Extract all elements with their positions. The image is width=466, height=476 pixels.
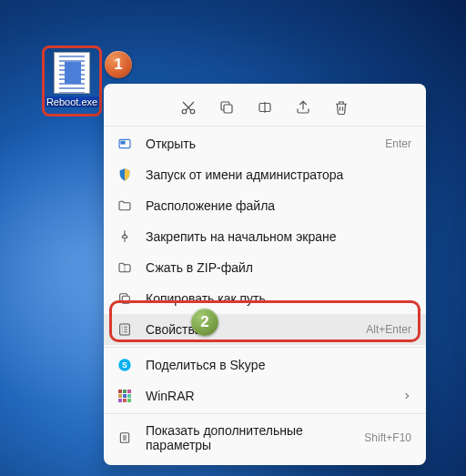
menu-item-run-admin[interactable]: Запуск от имени администратора [104, 159, 426, 190]
copy-path-icon [116, 290, 133, 307]
menu-label: Поделиться в Skype [146, 358, 411, 372]
menu-label: WinRAR [146, 389, 402, 403]
skype-icon: S [116, 357, 133, 373]
folder-icon [116, 197, 133, 214]
menu-divider [104, 413, 426, 414]
menu-item-file-location[interactable]: Расположение файла [104, 190, 426, 221]
menu-shortcut: Enter [385, 137, 411, 150]
open-app-icon [116, 136, 133, 152]
menu-item-share-skype[interactable]: S Поделиться в Skype [104, 349, 426, 380]
menu-item-copy-path[interactable]: Копировать как путь [104, 283, 426, 314]
chevron-right-icon [402, 391, 411, 400]
menu-item-winrar[interactable]: WinRAR [104, 380, 426, 411]
properties-icon [116, 321, 133, 338]
delete-icon[interactable] [332, 98, 350, 116]
menu-item-pin-start[interactable]: Закрепить на начальном экране [104, 221, 426, 252]
svg-text:S: S [122, 360, 127, 370]
menu-label: Сжать в ZIP-файл [146, 260, 411, 275]
winrar-icon [116, 388, 133, 404]
menu-label: Запуск от имени администратора [146, 167, 411, 182]
pin-icon [116, 228, 133, 245]
svg-point-1 [190, 109, 195, 114]
svg-rect-2 [224, 105, 232, 113]
menu-shortcut: Shift+F10 [364, 431, 411, 444]
svg-point-0 [182, 109, 187, 114]
svg-rect-6 [122, 296, 129, 303]
menu-item-properties[interactable]: Свойства Alt+Enter [104, 314, 426, 345]
quick-action-bar [104, 89, 426, 124]
desktop-shortcut[interactable]: Reboot.exe [42, 46, 102, 116]
menu-divider [104, 347, 426, 348]
cut-icon[interactable] [179, 98, 198, 116]
share-icon[interactable] [294, 98, 312, 116]
menu-label: Показать дополнительные параметры [146, 423, 364, 452]
step-badge-1: 1 [105, 51, 132, 78]
menu-label: Свойства [146, 322, 366, 337]
more-options-icon [116, 430, 133, 446]
shortcut-label: Reboot.exe [45, 96, 99, 107]
menu-divider [104, 126, 426, 127]
zip-icon [116, 259, 133, 276]
menu-item-open[interactable]: Открыть Enter [104, 128, 426, 159]
menu-item-more-options[interactable]: Показать дополнительные параметры Shift+… [104, 416, 426, 460]
menu-label: Открыть [146, 137, 385, 151]
menu-label: Копировать как путь [146, 291, 411, 306]
menu-shortcut: Alt+Enter [366, 323, 411, 336]
rename-icon[interactable] [256, 98, 274, 116]
shield-icon [116, 167, 133, 183]
copy-icon[interactable] [218, 98, 236, 116]
svg-rect-5 [121, 141, 125, 144]
context-menu: Открыть Enter Запуск от имени администра… [104, 84, 426, 465]
executable-icon [54, 52, 90, 94]
step-badge-2: 2 [191, 309, 218, 336]
menu-item-compress-zip[interactable]: Сжать в ZIP-файл [104, 252, 426, 283]
menu-label: Расположение файла [146, 198, 411, 213]
menu-label: Закрепить на начальном экране [146, 229, 411, 244]
